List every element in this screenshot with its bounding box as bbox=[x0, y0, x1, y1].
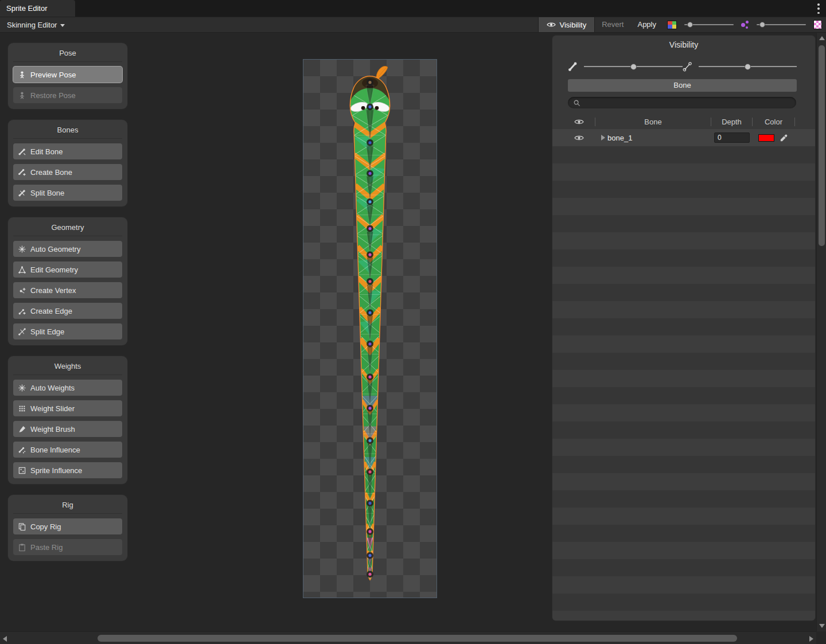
edit-geometry-button[interactable]: Edit Geometry bbox=[13, 261, 122, 278]
restore-pose-icon bbox=[18, 91, 26, 100]
slider-thumb[interactable] bbox=[759, 22, 765, 28]
create-bone-icon bbox=[18, 168, 26, 177]
tool-panels: Pose Preview Pose Restore Pose Bones Edi… bbox=[8, 43, 127, 572]
horizontal-scrollbar[interactable] bbox=[0, 631, 826, 644]
skinning-editor-dropdown[interactable]: Skinning Editor bbox=[3, 17, 68, 32]
panel-title: Pose bbox=[13, 46, 122, 62]
split-edge-icon bbox=[18, 327, 26, 336]
create-vertex-button[interactable]: Create Vertex bbox=[13, 282, 122, 298]
preview-pose-button[interactable]: Preview Pose bbox=[13, 67, 122, 83]
mode-label: Skinning Editor bbox=[7, 21, 57, 29]
auto-weights-button[interactable]: Auto Weights bbox=[13, 380, 122, 396]
copy-rig-button[interactable]: Copy Rig bbox=[13, 518, 122, 534]
copy-rig-icon bbox=[18, 522, 26, 531]
mesh-opacity-slider[interactable] bbox=[757, 21, 806, 29]
kebab-menu-icon[interactable] bbox=[817, 3, 820, 14]
apply-button[interactable]: Apply bbox=[630, 17, 663, 32]
row-eye-icon[interactable] bbox=[574, 134, 584, 142]
sprite-canvas[interactable] bbox=[303, 59, 437, 598]
visibility-label: Visibility bbox=[559, 21, 586, 29]
panel-pose: Pose Preview Pose Restore Pose bbox=[8, 43, 127, 109]
scroll-left-arrow[interactable] bbox=[3, 636, 7, 642]
slider-thumb[interactable] bbox=[745, 64, 751, 70]
edit-bone-button[interactable]: Edit Bone bbox=[13, 143, 122, 159]
search-icon bbox=[573, 99, 580, 107]
slider-thumb[interactable] bbox=[630, 64, 637, 70]
visibility-panel: Visibility bbox=[552, 36, 815, 620]
slider-thumb[interactable] bbox=[687, 22, 693, 28]
tab-title: Sprite Editor bbox=[6, 4, 48, 13]
eyedropper-icon[interactable] bbox=[780, 134, 788, 142]
head-feather bbox=[376, 66, 388, 79]
bone-table-header: Bone Depth Color bbox=[552, 115, 815, 128]
vertical-scrollbar[interactable] bbox=[816, 33, 826, 631]
row-expander-icon[interactable] bbox=[601, 135, 605, 140]
auto-geometry-icon bbox=[18, 245, 26, 253]
chevron-down-icon bbox=[60, 24, 65, 27]
sprite-influence-icon bbox=[18, 466, 26, 475]
scrollbar-corner bbox=[816, 631, 826, 644]
tab-sprite-editor[interactable]: Sprite Editor bbox=[0, 0, 75, 17]
column-header-color[interactable]: Color bbox=[753, 118, 795, 126]
create-bone-button[interactable]: Create Bone bbox=[13, 164, 122, 180]
empty-row-stripes bbox=[552, 146, 815, 620]
create-edge-icon bbox=[18, 307, 26, 315]
restore-pose-button[interactable]: Restore Pose bbox=[13, 87, 122, 103]
column-header-depth[interactable]: Depth bbox=[711, 118, 753, 126]
bone-search-box[interactable] bbox=[568, 97, 796, 108]
auto-geometry-button[interactable]: Auto Geometry bbox=[13, 241, 122, 257]
paste-rig-icon bbox=[18, 543, 26, 552]
weight-brush-icon bbox=[18, 425, 26, 434]
split-bone-icon bbox=[18, 189, 26, 197]
search-input[interactable] bbox=[580, 97, 791, 108]
toolbar: Skinning Editor Visibility Revert Apply bbox=[0, 17, 826, 33]
vertical-scroll-thumb[interactable] bbox=[819, 45, 825, 246]
editor-viewport: Pose Preview Pose Restore Pose Bones Edi… bbox=[0, 33, 826, 631]
scroll-up-arrow[interactable] bbox=[819, 36, 825, 40]
bone-name: bone_1 bbox=[607, 134, 632, 142]
bone-filled-icon bbox=[568, 61, 578, 72]
visibility-column-eye-icon[interactable] bbox=[574, 118, 584, 126]
bone-influence-icon bbox=[18, 446, 26, 454]
edit-bone-icon bbox=[18, 147, 26, 156]
particle-icon[interactable] bbox=[741, 21, 749, 29]
bone-category-tab[interactable]: Bone bbox=[568, 79, 797, 92]
bone-opacity-slider[interactable] bbox=[584, 63, 683, 71]
panel-title: Weights bbox=[13, 359, 122, 375]
color-grid-icon[interactable] bbox=[667, 21, 677, 29]
split-edge-button[interactable]: Split Edge bbox=[13, 323, 122, 339]
scroll-right-arrow[interactable] bbox=[809, 636, 813, 642]
tabbar: Sprite Editor bbox=[0, 0, 826, 17]
bone-color-swatch[interactable] bbox=[758, 134, 774, 142]
weight-slider-icon bbox=[18, 404, 26, 413]
edit-geometry-icon bbox=[18, 266, 26, 274]
split-bone-button[interactable]: Split Bone bbox=[13, 185, 122, 201]
scroll-down-arrow[interactable] bbox=[819, 624, 825, 628]
eye-icon bbox=[547, 21, 556, 28]
panel-title: Rig bbox=[13, 498, 122, 514]
texture-preview-icon[interactable] bbox=[813, 20, 822, 29]
mesh-opacity-slider-panel[interactable] bbox=[699, 63, 797, 71]
depth-input[interactable] bbox=[714, 132, 750, 143]
bone-influence-button[interactable]: Bone Influence bbox=[13, 442, 122, 458]
horizontal-scroll-thumb[interactable] bbox=[98, 635, 737, 642]
weight-slider-button[interactable]: Weight Slider bbox=[13, 400, 122, 416]
auto-weights-icon bbox=[18, 384, 26, 392]
paste-rig-button[interactable]: Paste Rig bbox=[13, 539, 122, 555]
rigged-sprite-mesh bbox=[303, 60, 437, 598]
revert-button[interactable]: Revert bbox=[595, 17, 630, 32]
create-vertex-icon bbox=[18, 286, 26, 295]
sprite-opacity-slider[interactable] bbox=[684, 21, 734, 29]
weight-brush-button[interactable]: Weight Brush bbox=[13, 421, 122, 437]
panel-title: Geometry bbox=[13, 220, 122, 236]
panel-geometry: Geometry Auto Geometry Edit Geometry Cre… bbox=[8, 217, 127, 345]
sprite-editor-window: Sprite Editor Skinning Editor Visibility… bbox=[0, 0, 826, 644]
create-edge-button[interactable]: Create Edge bbox=[13, 303, 122, 319]
panel-bones: Bones Edit Bone Create Bone Split Bone bbox=[8, 120, 127, 206]
panel-title: Bones bbox=[13, 123, 122, 139]
column-header-bone[interactable]: Bone bbox=[595, 118, 711, 126]
sprite-influence-button[interactable]: Sprite Influence bbox=[13, 462, 122, 478]
visibility-toggle-button[interactable]: Visibility bbox=[538, 17, 595, 32]
bone-outline-icon bbox=[683, 61, 693, 72]
bone-row[interactable]: bone_1 bbox=[552, 129, 815, 146]
